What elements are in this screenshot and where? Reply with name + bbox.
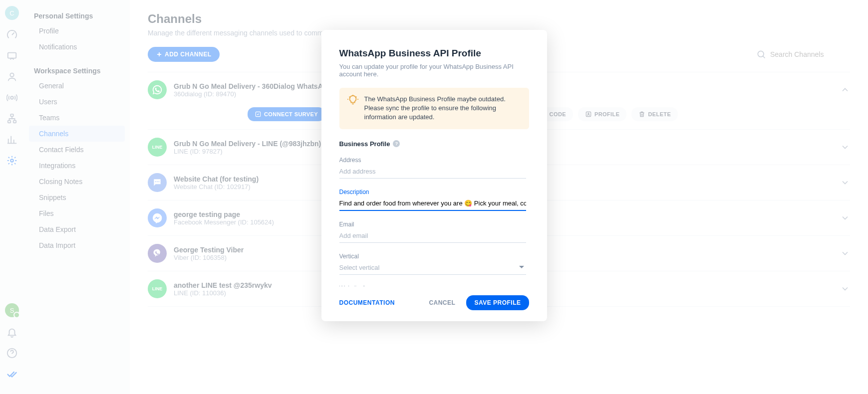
documentation-link[interactable]: DOCUMENTATION: [339, 299, 395, 306]
description-label: Description: [339, 189, 526, 196]
modal-footer: DOCUMENTATION CANCEL SAVE PROFILE: [339, 295, 529, 310]
modal-title: WhatsApp Business API Profile: [339, 48, 529, 59]
description-input[interactable]: [339, 197, 526, 211]
cancel-button[interactable]: CANCEL: [422, 295, 462, 310]
sync-alert: The WhatsApp Business Profile maybe outd…: [339, 88, 529, 129]
email-label: Email: [339, 221, 526, 228]
email-input[interactable]: [339, 229, 526, 243]
section-title-label: Business Profile: [339, 140, 390, 148]
vertical-field: Vertical: [339, 253, 526, 275]
help-tooltip-icon[interactable]: ?: [393, 140, 400, 147]
vertical-select[interactable]: [339, 261, 526, 275]
description-field: Description: [339, 189, 526, 211]
whatsapp-profile-modal: WhatsApp Business API Profile You can up…: [321, 30, 547, 321]
modal-backdrop[interactable]: WhatsApp Business API Profile You can up…: [0, 0, 868, 394]
address-input[interactable]: [339, 165, 526, 179]
modal-form: Address Description Email Vertical Websi…: [339, 157, 529, 286]
address-field: Address: [339, 157, 526, 179]
website1-label: Website 1: [339, 285, 526, 286]
address-label: Address: [339, 157, 526, 164]
website1-field: Website 1: [339, 285, 526, 286]
alert-text: The WhatsApp Business Profile maybe outd…: [364, 95, 521, 122]
business-profile-heading: Business Profile ?: [339, 140, 529, 148]
save-profile-button[interactable]: SAVE PROFILE: [466, 295, 529, 310]
lightbulb-icon: [347, 95, 358, 122]
vertical-label: Vertical: [339, 253, 526, 260]
modal-subtitle: You can update your profile for your Wha…: [339, 63, 529, 78]
email-field: Email: [339, 221, 526, 243]
